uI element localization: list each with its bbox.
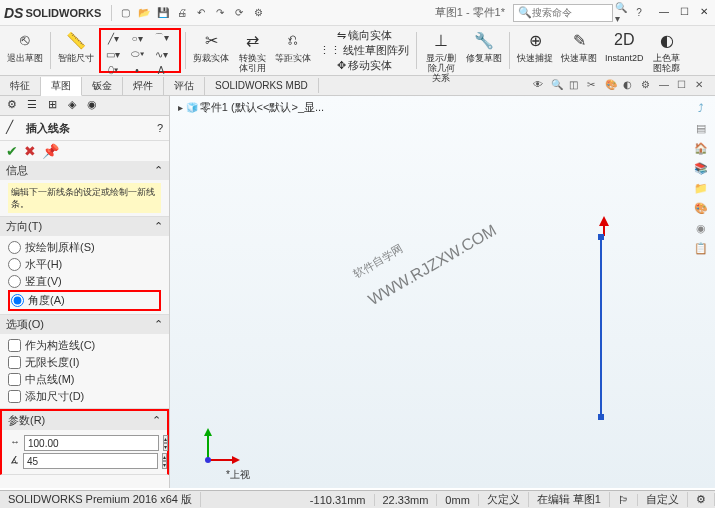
slot-tool[interactable]: ⬭▾ [126,47,148,61]
ang-down-icon[interactable]: ▾ [162,461,167,469]
redo-icon[interactable]: ↷ [212,5,228,21]
convert-button[interactable]: ⇄转换实体引用 [237,28,267,73]
offset-button[interactable]: ⎌等距实体 [275,28,311,63]
undo-icon[interactable]: ↶ [193,5,209,21]
chk-construction[interactable]: 作为构造线(C) [8,337,161,354]
instant2d-button[interactable]: 2DInstant2D [605,28,644,63]
circle-tool[interactable]: ○▾ [126,31,148,45]
mirror-button[interactable]: ⇋镜向实体 [337,28,392,43]
ang-up-icon[interactable]: ▴ [162,453,167,461]
tab-mbd[interactable]: SOLIDWORKS MBD [205,78,319,93]
doc-close-icon[interactable]: ✕ [695,79,709,93]
view-settings-icon[interactable]: ⚙ [641,79,655,93]
options-icon[interactable]: ⚙ [250,5,266,21]
library-icon[interactable]: 📚 [693,162,709,178]
pattern-button[interactable]: ⋮⋮线性草图阵列 [319,43,409,58]
params-section-header[interactable]: 参数(R)⌃ [2,411,167,430]
spline-tool[interactable]: ∿▾ [150,47,172,61]
appearances-icon[interactable]: ◉ [693,222,709,238]
tab-weldment[interactable]: 焊件 [123,77,164,95]
rect-tool[interactable]: ▭▾ [102,47,124,61]
shaded-button[interactable]: ◐上色草图轮廓 [652,28,682,73]
maximize-icon[interactable]: ☐ [677,6,691,20]
print-icon[interactable]: 🖨 [174,5,190,21]
minimize-icon[interactable]: — [657,6,671,20]
config-tab-icon[interactable]: ⊞ [44,98,60,114]
doc-min-icon[interactable]: — [659,79,673,93]
status-custom[interactable]: 自定义 [638,492,688,507]
graphics-area[interactable]: ▸ 🧊 零件1 (默认<<默认>_显... 软件自学网WWW.RJZXW.COM… [170,96,715,488]
rapidsketch-button[interactable]: ✎快速草图 [561,28,597,63]
scene-icon[interactable]: ◐ [623,79,637,93]
quicksnap-button[interactable]: ⊕快速捕捉 [517,28,553,63]
new-icon[interactable]: ▢ [117,5,133,21]
display-icon[interactable]: ◫ [569,79,583,93]
confirm-corner-icon[interactable]: ⤴ [693,102,709,118]
save-icon[interactable]: 💾 [155,5,171,21]
rebuild-icon[interactable]: ⟳ [231,5,247,21]
status-flag-icon[interactable]: 🏳 [610,494,638,506]
property-tab-icon[interactable]: ☰ [24,98,40,114]
close-icon[interactable]: ✕ [697,6,711,20]
len-down-icon[interactable]: ▾ [163,443,168,451]
line-tool[interactable]: ╱▾ [102,31,124,45]
doc-max-icon[interactable]: ☐ [677,79,691,93]
dimxpert-tab-icon[interactable]: ◈ [64,98,80,114]
search-input[interactable] [532,7,602,18]
tab-evaluate[interactable]: 评估 [164,77,205,95]
repair-button[interactable]: 🔧修复草图 [466,28,502,63]
section-icon[interactable]: ✂ [587,79,601,93]
exit-sketch-icon: ⎋ [13,28,37,52]
feature-breadcrumb[interactable]: ▸ 🧊 零件1 (默认<<默认>_显... [178,100,324,115]
task-pane-icon[interactable]: ▤ [693,122,709,138]
length-input[interactable] [24,435,159,451]
pattern-icon: ⋮⋮ [319,44,341,57]
info-section-header[interactable]: 信息⌃ [0,161,169,180]
radio-angle[interactable]: 角度(A) [8,290,161,311]
resources-icon[interactable]: 🏠 [693,142,709,158]
sketch-line-entity[interactable] [600,236,602,416]
relations-button[interactable]: ⊥显示/删除几何关系 [424,28,458,83]
tab-sketch[interactable]: 草图 [41,77,82,96]
angle-input[interactable] [23,453,158,469]
custom-props-icon[interactable]: 📋 [693,242,709,258]
line-endpoint[interactable] [598,414,604,420]
direction-section-header[interactable]: 方向(T)⌃ [0,217,169,236]
line-endpoint[interactable] [598,234,604,240]
smart-dim-button[interactable]: 📏智能尺寸 [58,28,94,63]
move-button[interactable]: ✥移动实体 [337,58,392,73]
arc-tool[interactable]: ⌒▾ [150,31,172,45]
tab-features[interactable]: 特征 [0,77,41,95]
pushpin-icon[interactable]: 📌 [42,143,59,159]
view-orient-icon[interactable]: 👁 [533,79,547,93]
appearance-icon[interactable]: 🎨 [605,79,619,93]
cancel-icon[interactable]: ✖ [24,143,36,159]
len-up-icon[interactable]: ▴ [163,435,168,443]
radio-vertical[interactable]: 竖直(V) [8,273,161,290]
explorer-icon[interactable]: 📁 [693,182,709,198]
chk-midpoint[interactable]: 中点线(M) [8,371,161,388]
radio-as-sketched[interactable]: 按绘制原样(S) [8,239,161,256]
zoom-icon[interactable]: 🔍 [551,79,565,93]
options-section-header[interactable]: 选项(O)⌃ [0,315,169,334]
exit-sketch-button[interactable]: ⎋退出草图 [7,28,43,63]
point-tool[interactable]: • [126,63,148,77]
search-dropdown-icon[interactable]: 🔍▾ [615,5,631,21]
open-icon[interactable]: 📂 [136,5,152,21]
angle-param-icon: ∡ [10,454,19,468]
feature-tree-tab-icon[interactable]: ⚙ [4,98,20,114]
panel-help-icon[interactable]: ? [157,122,163,134]
display-tab-icon[interactable]: ◉ [84,98,100,114]
help-icon[interactable]: ? [631,5,647,21]
chk-add-dim[interactable]: 添加尺寸(D) [8,388,161,405]
status-gear-icon[interactable]: ⚙ [688,493,715,506]
search-command-box[interactable]: 🔍 [513,4,613,22]
text-tool[interactable]: A [150,63,172,77]
view-palette-icon[interactable]: 🎨 [693,202,709,218]
chk-infinite[interactable]: 无限长度(I) [8,354,161,371]
ellipse-tool[interactable]: ⬯▾ [102,63,124,77]
radio-horizontal[interactable]: 水平(H) [8,256,161,273]
trim-button[interactable]: ✂剪裁实体 [193,28,229,63]
tab-sheetmetal[interactable]: 钣金 [82,77,123,95]
ok-icon[interactable]: ✔ [6,143,18,159]
